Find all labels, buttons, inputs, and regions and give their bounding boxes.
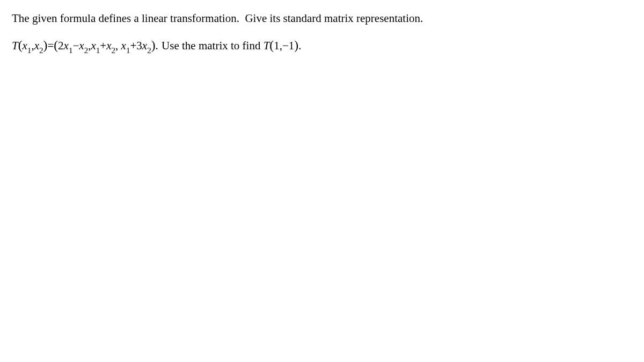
minus: − bbox=[282, 39, 289, 52]
transformation-formula: T(x1,x2)=(2x1−x2,x1+x2, x1+3x2). bbox=[12, 35, 158, 56]
var-x: x bbox=[142, 39, 147, 52]
lparen: ( bbox=[18, 38, 23, 52]
use-matrix-text: Use the matrix to find bbox=[162, 39, 260, 52]
var-x: x bbox=[121, 39, 126, 52]
var-x: x bbox=[23, 39, 27, 52]
subscript: 2 bbox=[84, 46, 89, 55]
subscript: 1 bbox=[69, 46, 73, 55]
rparen: ) bbox=[43, 38, 48, 52]
minus: − bbox=[72, 39, 79, 52]
var-x: x bbox=[79, 39, 84, 52]
rparen: ) bbox=[151, 38, 156, 52]
subscript: 2 bbox=[112, 46, 116, 55]
plus: + bbox=[130, 39, 136, 52]
lparen: ( bbox=[54, 38, 58, 52]
subscript: 2 bbox=[39, 46, 43, 55]
num: 1 bbox=[289, 39, 295, 52]
var-x: x bbox=[106, 39, 111, 52]
subscript: 2 bbox=[147, 46, 151, 55]
period: . bbox=[156, 39, 158, 52]
instruction-text: Use the matrix to find T(1,−1). bbox=[162, 35, 301, 56]
T-symbol: T bbox=[264, 39, 270, 52]
num: 1 bbox=[274, 39, 280, 52]
var-x: x bbox=[34, 39, 39, 52]
coef: 3 bbox=[136, 39, 142, 52]
subscript: 1 bbox=[96, 46, 100, 55]
lparen: ( bbox=[269, 38, 274, 52]
T-symbol: T bbox=[12, 39, 18, 52]
var-x: x bbox=[64, 39, 69, 52]
formula-line: T(x1,x2)=(2x1−x2,x1+x2, x1+3x2). Use the… bbox=[12, 35, 632, 56]
var-x: x bbox=[91, 39, 96, 52]
subscript: 1 bbox=[126, 46, 130, 55]
coef: 2 bbox=[58, 39, 64, 52]
plus: + bbox=[100, 39, 106, 52]
problem-statement: The given formula defines a linear trans… bbox=[12, 10, 632, 28]
intro-text: The given formula defines a linear trans… bbox=[12, 12, 423, 25]
equals: = bbox=[47, 39, 54, 52]
subscript: 1 bbox=[27, 46, 32, 55]
rparen: ) bbox=[294, 38, 298, 52]
period: . bbox=[298, 39, 301, 52]
